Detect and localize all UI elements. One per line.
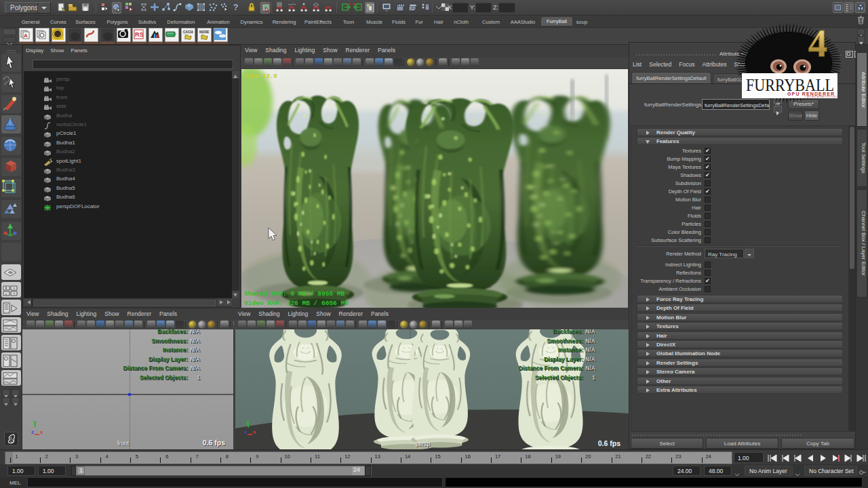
svg-text:Time 13.0: Time 13.0 <box>244 73 277 80</box>
svg-text:z: z <box>244 429 247 435</box>
svg-text:Video RAM: 326 MB / 6056 MB: Video RAM: 326 MB / 6056 MB <box>244 300 349 307</box>
svg-text:CACHE: CACHE <box>183 30 193 34</box>
svg-text:z: z <box>31 429 34 435</box>
svg-text:x: x <box>40 429 43 435</box>
svg-text:B: B <box>155 33 159 39</box>
svg-text:RS: RS <box>135 31 144 38</box>
svg-text:Shared RAM: 0 MB / 8955 MB: Shared RAM: 0 MB / 8955 MB <box>244 290 345 298</box>
svg-text:y: y <box>246 419 250 425</box>
svg-text:?: ? <box>233 3 238 12</box>
svg-text:y: y <box>33 419 37 425</box>
svg-text:NODES: NODES <box>199 30 210 34</box>
svg-text:A: A <box>24 33 28 39</box>
svg-text:x: x <box>253 429 256 435</box>
